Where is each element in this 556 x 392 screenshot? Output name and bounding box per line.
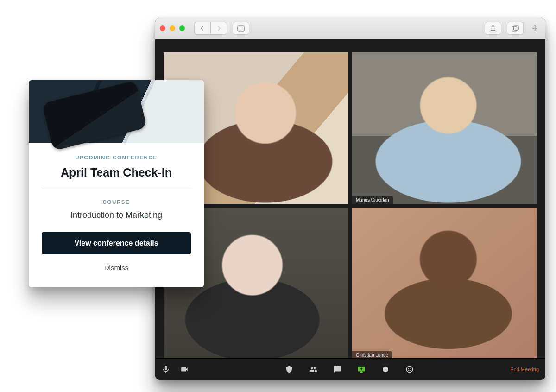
video-grid: Marius Ciocirlan Christian Lunde <box>155 39 545 359</box>
svg-point-5 <box>406 366 413 373</box>
mute-button[interactable] <box>162 365 170 373</box>
svg-point-7 <box>410 368 411 369</box>
course-name: Introduction to Marketing <box>42 210 191 220</box>
show-tabs-button[interactable] <box>507 22 524 35</box>
svg-point-6 <box>408 368 409 369</box>
svg-point-4 <box>383 367 388 372</box>
participant-tile[interactable]: Marius Ciocirlan <box>352 52 537 204</box>
new-tab-button[interactable]: + <box>529 22 541 34</box>
conference-eyebrow: UPCOMING CONFERENCE <box>42 155 191 160</box>
sidebar-toggle-button[interactable] <box>233 22 249 35</box>
participant-name-tag: Marius Ciocirlan <box>352 196 393 204</box>
course-label: COURSE <box>42 199 191 205</box>
chat-button[interactable] <box>333 365 341 373</box>
record-button[interactable] <box>381 365 390 373</box>
end-meeting-button[interactable]: End Meeting <box>510 367 539 372</box>
close-window-button[interactable] <box>160 25 165 31</box>
svg-rect-0 <box>238 26 244 31</box>
view-details-button[interactable]: View conference details <box>42 232 191 254</box>
back-button[interactable] <box>194 22 210 35</box>
forward-button[interactable] <box>210 22 227 35</box>
window-titlebar: + <box>155 18 545 39</box>
fullscreen-window-button[interactable] <box>179 25 185 31</box>
security-button[interactable] <box>285 365 293 373</box>
nav-button-group <box>194 22 227 35</box>
dismiss-button[interactable]: Dismiss <box>42 254 191 277</box>
minimize-window-button[interactable] <box>170 25 175 31</box>
divider <box>42 189 191 189</box>
share-button[interactable] <box>485 22 501 35</box>
share-screen-button[interactable] <box>357 365 366 373</box>
video-toggle-button[interactable] <box>180 365 189 373</box>
conference-hero-image <box>29 80 204 143</box>
meeting-window: + Marius Ciocirlan Christian Lunde <box>155 18 545 380</box>
conference-card: UPCOMING CONFERENCE April Team Check-In … <box>29 80 204 287</box>
participants-button[interactable] <box>309 365 317 373</box>
meeting-control-bar: End Meeting <box>155 358 545 380</box>
participant-tile[interactable]: Christian Lunde <box>352 208 537 359</box>
conference-title: April Team Check-In <box>42 166 191 179</box>
reactions-button[interactable] <box>405 365 414 373</box>
window-traffic-lights <box>160 25 185 31</box>
